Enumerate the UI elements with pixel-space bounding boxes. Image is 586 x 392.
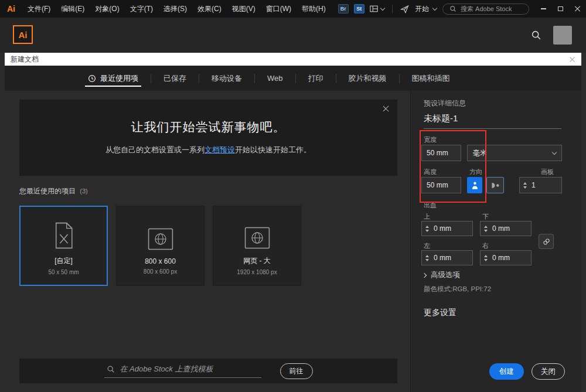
workspace-switcher[interactable] (370, 5, 384, 13)
unit-select[interactable]: 毫米 (467, 145, 562, 161)
preset-subtitle: 50 x 50 mm (48, 269, 79, 275)
tab-label: 打印 (308, 73, 323, 84)
close-button[interactable]: 关闭 (532, 363, 565, 380)
preset-subtitle: 800 x 600 px (144, 268, 177, 275)
bleed-top-label: 上 (424, 212, 430, 221)
create-button[interactable]: 创建 (489, 363, 524, 380)
recent-presets: [自定] 50 x 50 mm 800 x 600 800 x 600 px (19, 206, 301, 286)
maximize-button[interactable] (552, 0, 569, 18)
workspace-icon (370, 5, 378, 13)
tab-web[interactable]: Web (266, 66, 284, 91)
stock-icon[interactable]: St (354, 4, 364, 13)
menu-view[interactable]: 视图(V) (227, 4, 261, 14)
start-menu-button[interactable]: 开始 (409, 4, 442, 14)
menu-effect[interactable]: 效果(C) (192, 4, 227, 14)
stepper-arrows[interactable] (425, 226, 429, 232)
promo-banner: 让我们开始尝试新事物吧。 从您自己的文档设置或一系列文档预设开始以快速开始工作。 (19, 100, 397, 176)
artboard-stepper[interactable]: 1 (519, 177, 562, 193)
illustrator-logo: Ai (13, 25, 33, 44)
menu-edit[interactable]: 编辑(E) (56, 4, 90, 14)
new-document-dialog: 新建文档 最近使用项 已保存 移动设备 Web 打印 胶片和视频 图稿和插图 (5, 53, 581, 392)
orientation-landscape-button[interactable] (486, 177, 504, 193)
banner-subtitle-text: 开始以快速开始工作。 (235, 145, 311, 154)
stepper-up-icon (425, 255, 429, 257)
divider (392, 5, 393, 13)
app-logo: Ai (0, 4, 22, 13)
bleed-right-stepper[interactable]: 0 mm (480, 250, 532, 265)
menu-help[interactable]: 帮助(H) (297, 4, 331, 14)
banner-subtitle: 从您自己的文档设置或一系列文档预设开始以快速开始工作。 (19, 145, 397, 155)
stock-search-input[interactable]: 搜索 Adobe Stock (442, 4, 529, 15)
advanced-options-label: 高级选项 (431, 270, 460, 280)
width-input[interactable]: 50 mm (421, 145, 461, 161)
link-icon (543, 238, 550, 246)
preset-card-800x600[interactable]: 800 x 600 800 x 600 px (116, 206, 205, 286)
stepper-arrows[interactable] (425, 255, 429, 261)
menu-window[interactable]: 窗口(W) (261, 4, 297, 14)
recent-items-label: 您最近使用的项目 (19, 187, 76, 195)
template-search-input[interactable]: 在 Adobe Stock 上查找模板 (104, 364, 261, 378)
advanced-options-toggle[interactable]: 高级选项 (423, 270, 460, 280)
preset-title: [自定] (54, 256, 73, 266)
bleed-link-button[interactable] (539, 234, 554, 249)
stepper-down-icon (425, 259, 429, 261)
template-search-placeholder: 在 Adobe Stock 上查找模板 (120, 364, 213, 374)
tab-label: Web (267, 74, 283, 83)
clock-icon (88, 74, 96, 83)
bleed-top-stepper[interactable]: 0 mm (421, 221, 473, 236)
stepper-down-icon (523, 186, 527, 189)
stepper-down-icon (484, 230, 488, 232)
document-name-input[interactable]: 未标题-1 (424, 113, 458, 124)
search-icon[interactable] (531, 30, 541, 40)
color-mode-info: 颜色模式:RGB, PPI:72 (424, 285, 491, 294)
menu-file[interactable]: 文件(F) (22, 4, 56, 14)
orientation-portrait-button[interactable] (467, 177, 482, 193)
share-icon[interactable] (400, 5, 409, 13)
stepper-arrows[interactable] (484, 226, 488, 232)
dialog-titlebar: 新建文档 (5, 53, 581, 66)
menu-bar: Ai 文件(F) 编辑(E) 对象(O) 文字(T) 选择(S) 效果(C) 视… (0, 0, 586, 18)
web-document-icon (148, 217, 173, 250)
banner-close-icon[interactable] (382, 105, 390, 113)
tab-film-video[interactable]: 胶片和视频 (347, 66, 388, 91)
close-icon (575, 6, 581, 12)
tab-art-illustration[interactable]: 图稿和插图 (411, 66, 451, 91)
tab-mobile[interactable]: 移动设备 (210, 66, 243, 91)
go-button[interactable]: 前往 (280, 363, 313, 379)
bleed-bottom-stepper[interactable]: 0 mm (480, 221, 532, 236)
start-label: 开始 (415, 4, 429, 14)
landscape-icon (491, 182, 500, 189)
height-input[interactable]: 50 mm (421, 177, 461, 193)
stepper-down-icon (484, 259, 488, 261)
preset-details-panel: 预设详细信息 未标题-1 宽度 50 mm 毫米 高度 方向 画板 50 mm (410, 91, 581, 392)
divider (254, 74, 255, 83)
menu-object[interactable]: 对象(O) (90, 4, 124, 14)
chevron-down-icon (432, 5, 437, 10)
avatar[interactable] (553, 26, 572, 45)
tab-recent[interactable]: 最近使用项 (87, 66, 139, 91)
orientation-label: 方向 (469, 168, 482, 176)
dialog-close-icon[interactable] (569, 56, 575, 63)
stepper-up-icon (523, 182, 527, 185)
bleed-bottom-label: 下 (482, 212, 489, 221)
menu-select[interactable]: 选择(S) (158, 4, 192, 14)
bleed-left-stepper[interactable]: 0 mm (421, 250, 473, 265)
close-window-button[interactable] (569, 0, 586, 18)
bleed-left-label: 左 (424, 241, 430, 250)
preset-subtitle: 1920 x 1080 px (237, 269, 277, 275)
doc-presets-link[interactable]: 文档预设 (205, 145, 235, 154)
tab-saved[interactable]: 已保存 (162, 66, 188, 91)
unit-value: 毫米 (473, 148, 487, 158)
stepper-arrows[interactable] (523, 182, 527, 189)
more-settings-link[interactable]: 更多设置 (424, 308, 456, 318)
preset-card-web-large[interactable]: 网页 - 大 1920 x 1080 px (213, 206, 301, 286)
preset-card-custom[interactable]: [自定] 50 x 50 mm (19, 206, 108, 286)
bridge-icon[interactable]: Br (338, 4, 349, 13)
web-document-icon (244, 216, 270, 249)
minimize-button[interactable] (535, 0, 552, 18)
stepper-arrows[interactable] (484, 255, 488, 261)
divider (199, 74, 199, 83)
app-window: Ai 文件(F) 编辑(E) 对象(O) 文字(T) 选择(S) 效果(C) 视… (0, 0, 586, 392)
menu-type[interactable]: 文字(T) (125, 4, 158, 14)
tab-print[interactable]: 打印 (307, 66, 325, 91)
